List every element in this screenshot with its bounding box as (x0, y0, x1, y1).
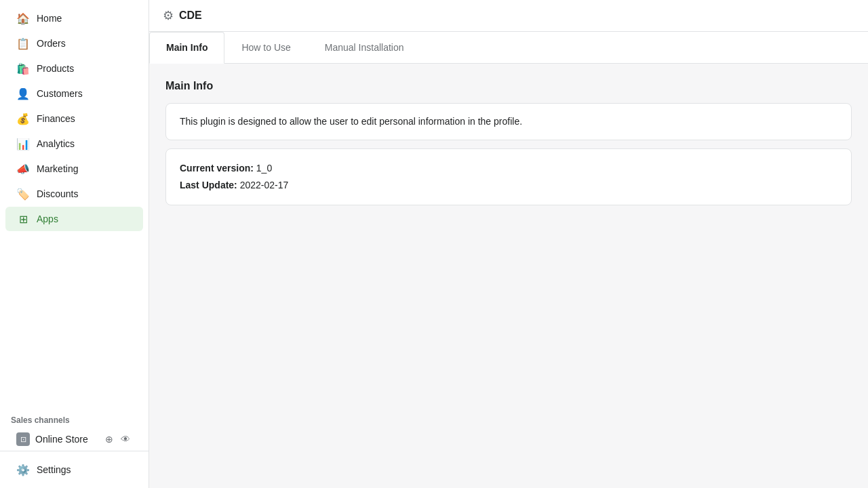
sidebar-label-discounts: Discounts (37, 188, 78, 199)
sidebar-label-analytics: Analytics (37, 138, 75, 149)
last-update-label: Last Update: (180, 180, 237, 190)
sidebar-label-finances: Finances (37, 113, 75, 124)
analytics-icon: 📊 (16, 137, 30, 150)
sidebar-label-apps: Apps (37, 214, 58, 224)
tab-main-info[interactable]: Main Info (149, 32, 224, 64)
description-card: This plugin is designed to allow the use… (165, 103, 852, 140)
online-store-icon: ⊡ (16, 432, 30, 446)
sidebar-label-customers: Customers (37, 88, 83, 99)
sidebar-item-finances[interactable]: 💰 Finances (5, 106, 143, 131)
settings-label: Settings (37, 464, 71, 475)
customers-icon: 👤 (16, 87, 30, 100)
app-name: CDE (179, 9, 202, 22)
sidebar-item-settings[interactable]: ⚙️ Settings (5, 458, 143, 482)
view-sales-channel-button[interactable]: 👁 (119, 432, 132, 446)
products-icon: 🛍️ (16, 62, 30, 75)
version-card: Current version: 1_0 Last Update: 2022-0… (165, 148, 852, 205)
current-version-val: 1_0 (256, 163, 272, 174)
sidebar-item-analytics[interactable]: 📊 Analytics (5, 131, 143, 156)
sidebar-nav: 🏠 Home 📋 Orders 🛍️ Products 👤 Customers … (0, 0, 149, 407)
description-text: This plugin is designed to allow the use… (180, 116, 522, 127)
discounts-icon: 🏷️ (16, 187, 30, 201)
online-store-row[interactable]: ⊡ Online Store ⊕ 👁 (5, 428, 143, 450)
online-store-left: ⊡ Online Store (16, 432, 88, 446)
sidebar-label-marketing: Marketing (37, 163, 78, 174)
sales-channels-title: Sales channels (0, 407, 149, 428)
sales-channels-section: Sales channels ⊡ Online Store ⊕ 👁 (0, 407, 149, 451)
sidebar-item-apps[interactable]: ⊞ Apps (5, 207, 143, 231)
online-store-label: Online Store (35, 434, 88, 445)
sidebar-label-orders: Orders (37, 38, 66, 49)
sales-channel-actions: ⊕ 👁 (102, 432, 132, 446)
tab-manual-installation[interactable]: Manual Installation (308, 32, 421, 63)
apps-icon: ⊞ (16, 212, 30, 226)
home-icon: 🏠 (16, 12, 30, 25)
marketing-icon: 📣 (16, 162, 30, 176)
sidebar-item-marketing[interactable]: 📣 Marketing (5, 157, 143, 181)
sidebar-item-home[interactable]: 🏠 Home (5, 6, 143, 30)
finances-icon: 💰 (16, 112, 30, 125)
sidebar: 🏠 Home 📋 Orders 🛍️ Products 👤 Customers … (0, 0, 149, 488)
last-update-val: 2022-02-17 (240, 180, 289, 190)
tab-how-to-use[interactable]: How to Use (224, 32, 307, 63)
sidebar-item-discounts[interactable]: 🏷️ Discounts (5, 182, 143, 206)
tab-bar: Main InfoHow to UseManual Installation (149, 32, 868, 64)
page-content: Main Info This plugin is designed to all… (149, 64, 868, 488)
sidebar-item-products[interactable]: 🛍️ Products (5, 56, 143, 81)
app-icon: ⚙ (163, 8, 174, 23)
orders-icon: 📋 (16, 37, 30, 50)
sidebar-label-products: Products (37, 63, 74, 74)
sidebar-item-orders[interactable]: 📋 Orders (5, 31, 143, 56)
sidebar-label-home: Home (37, 13, 62, 24)
main-content: ⚙ CDE Main InfoHow to UseManual Installa… (149, 0, 868, 488)
settings-icon: ⚙️ (16, 463, 30, 476)
sidebar-bottom: ⚙️ Settings (0, 451, 149, 488)
add-sales-channel-button[interactable]: ⊕ (102, 432, 116, 446)
version-row: Current version: 1_0 (180, 160, 837, 177)
section-title: Main Info (165, 80, 852, 92)
current-version-label: Current version: (180, 163, 254, 174)
sidebar-item-customers[interactable]: 👤 Customers (5, 81, 143, 106)
last-update-row: Last Update: 2022-02-17 (180, 177, 837, 194)
top-bar: ⚙ CDE (149, 0, 868, 32)
